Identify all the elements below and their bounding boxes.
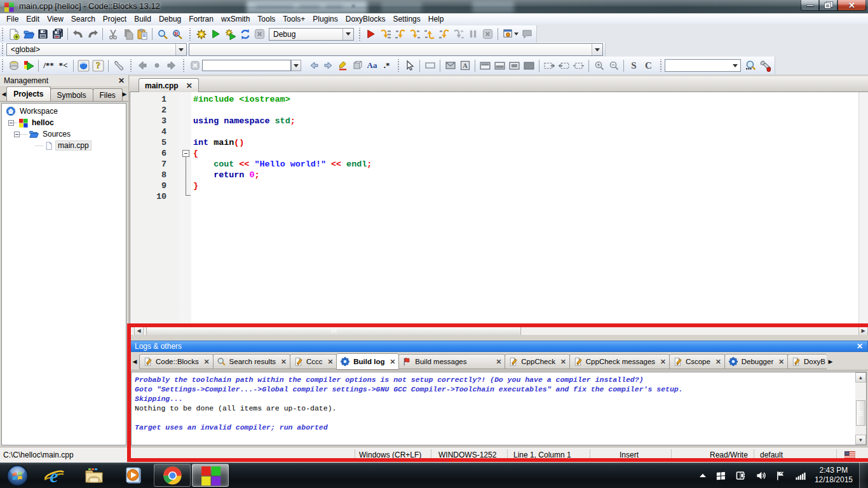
pane-top-button[interactable] xyxy=(478,58,492,73)
undo-button[interactable] xyxy=(71,27,85,42)
tree-item-workspace[interactable]: Workspace xyxy=(2,105,126,117)
close-button[interactable]: ✕ xyxy=(837,0,866,11)
find-button[interactable] xyxy=(155,27,170,42)
regex-button[interactable]: .* xyxy=(379,58,394,73)
menu-project[interactable]: Project xyxy=(99,13,130,25)
tab-close-icon[interactable]: ✕ xyxy=(204,358,210,365)
search-prev-button[interactable] xyxy=(306,58,321,73)
incremental-search-input[interactable] xyxy=(202,60,291,71)
wxsmith-s-button[interactable]: S xyxy=(627,58,641,73)
tree-item-sources[interactable]: Sources xyxy=(2,128,126,140)
new-file-button[interactable] xyxy=(6,27,21,42)
tab-close-icon[interactable]: ✕ xyxy=(327,358,333,365)
search-history-dropdown[interactable] xyxy=(291,60,301,71)
toolbar-gripper[interactable] xyxy=(358,28,363,41)
copy-button[interactable] xyxy=(120,27,135,42)
menu-fortran[interactable]: Fortran xyxy=(185,13,217,25)
editor-vertical-scrollbar[interactable] xyxy=(858,92,868,325)
symbol-combo[interactable] xyxy=(189,43,603,56)
build-button[interactable] xyxy=(194,27,208,42)
clear-search-button[interactable] xyxy=(187,58,202,73)
run-to-cursor-button[interactable] xyxy=(378,27,393,42)
log-tab-build-log[interactable]: Build log✕ xyxy=(336,353,399,370)
save-all-button[interactable] xyxy=(50,27,65,42)
tab-close-icon[interactable]: ✕ xyxy=(390,358,395,365)
step-into-instruction-button[interactable] xyxy=(451,27,466,42)
logs-tabs-scroll-left-icon[interactable]: ◀ xyxy=(130,356,139,367)
scrollbar-thumb[interactable] xyxy=(856,400,865,426)
collapse-expander-icon[interactable] xyxy=(14,132,20,137)
menu-wxsmith[interactable]: wxSmith xyxy=(217,13,254,25)
replace-button[interactable] xyxy=(170,27,184,42)
match-case-button[interactable]: Aa xyxy=(365,58,379,73)
stretch-both-button[interactable] xyxy=(571,58,586,73)
line-comment-button[interactable]: *< xyxy=(56,58,71,73)
build-target-combo[interactable]: Debug xyxy=(269,28,354,41)
break-debugger-button[interactable] xyxy=(466,27,480,42)
stop-debugger-button[interactable] xyxy=(480,27,495,42)
wxsmith-pointer-button[interactable] xyxy=(402,58,417,73)
menu-plugins[interactable]: Plugins xyxy=(309,13,341,25)
tabs-scroll-left-icon[interactable]: ◀ xyxy=(1,89,6,99)
minimize-button[interactable] xyxy=(801,0,819,11)
logs-vertical-scrollbar[interactable]: ▲ ▼ xyxy=(855,372,866,445)
doxygen-help-button[interactable] xyxy=(91,58,105,73)
tree-item-main-cpp[interactable]: main.cpp xyxy=(2,140,126,151)
menu-tools[interactable]: Tools xyxy=(254,13,279,25)
menu-view[interactable]: View xyxy=(43,13,67,25)
various-info-button[interactable] xyxy=(520,27,534,42)
scroll-up-arrow-icon[interactable]: ▲ xyxy=(855,372,866,383)
open-file-button[interactable] xyxy=(21,27,36,42)
scope-combo[interactable]: <global> xyxy=(6,43,187,56)
network-signal-icon[interactable] xyxy=(795,470,806,481)
rebuild-button[interactable] xyxy=(238,27,252,42)
text-box-button[interactable] xyxy=(458,58,472,73)
combo-dropdown-button[interactable] xyxy=(592,44,602,55)
envelope-button[interactable] xyxy=(443,58,458,73)
doxygen-html-button[interactable] xyxy=(76,58,91,73)
toolbar-gripper[interactable] xyxy=(397,59,402,72)
menu-settings[interactable]: Settings xyxy=(389,13,424,25)
fold-collapse-icon[interactable] xyxy=(182,150,189,157)
menu-search[interactable]: Search xyxy=(67,13,99,25)
scroll-left-arrow-icon[interactable]: ◀ xyxy=(134,326,144,336)
code-editor[interactable]: 1 2 3 4 5 6 7 8 9 10 #include <iostream> xyxy=(130,92,868,325)
taskbar-codeblocks[interactable] xyxy=(192,464,229,487)
show-desktop-button[interactable] xyxy=(859,463,868,488)
toolbar-gripper[interactable] xyxy=(188,28,193,41)
build-and-run-button[interactable] xyxy=(223,27,238,42)
log-tab-debugger[interactable]: Debugger✕ xyxy=(724,354,788,369)
log-tab-search-results[interactable]: Search results✕ xyxy=(213,354,290,369)
scrollbar-thumb[interactable] xyxy=(146,326,521,336)
tab-close-icon[interactable]: ✕ xyxy=(186,81,193,90)
search-next-button[interactable] xyxy=(321,58,336,73)
gwx-windows-icon[interactable] xyxy=(715,470,726,481)
doxy-settings-button[interactable] xyxy=(111,58,126,73)
stretch-h-button[interactable] xyxy=(542,58,557,73)
menu-tools-plus[interactable]: Tools+ xyxy=(279,13,309,25)
management-close-icon[interactable]: ✕ xyxy=(118,77,125,85)
tab-projects[interactable]: Projects xyxy=(6,86,50,101)
tools-search-combo[interactable] xyxy=(665,59,741,72)
redo-button[interactable] xyxy=(85,27,100,42)
browse-marker-button[interactable] xyxy=(149,58,164,73)
next-line-button[interactable] xyxy=(393,27,407,42)
tab-close-icon[interactable]: ✕ xyxy=(660,358,666,365)
combo-dropdown-button[interactable] xyxy=(342,29,353,40)
browse-forward-button[interactable] xyxy=(164,58,179,73)
logs-close-icon[interactable]: ✕ xyxy=(857,342,863,351)
step-into-button[interactable] xyxy=(407,27,422,42)
start-button[interactable] xyxy=(0,463,34,488)
restore-button[interactable] xyxy=(819,0,837,11)
debug-continue-button[interactable] xyxy=(363,27,378,42)
menu-help[interactable]: Help xyxy=(424,13,448,25)
tab-close-icon[interactable]: ✕ xyxy=(560,358,566,365)
log-tab-cppcheck[interactable]: CppCheck✕ xyxy=(505,354,570,369)
toolbar-gripper[interactable] xyxy=(659,59,664,72)
log-tab-cccc[interactable]: Cccc✕ xyxy=(290,354,337,369)
log-tab-doxyblocks[interactable]: DoxyB xyxy=(787,354,827,369)
logs-tabs-scroll-right-icon[interactable]: ▶ xyxy=(826,356,835,367)
toolbar-gripper[interactable] xyxy=(129,59,134,72)
cut-button[interactable] xyxy=(105,27,120,42)
tab-close-icon[interactable]: ✕ xyxy=(715,358,721,365)
